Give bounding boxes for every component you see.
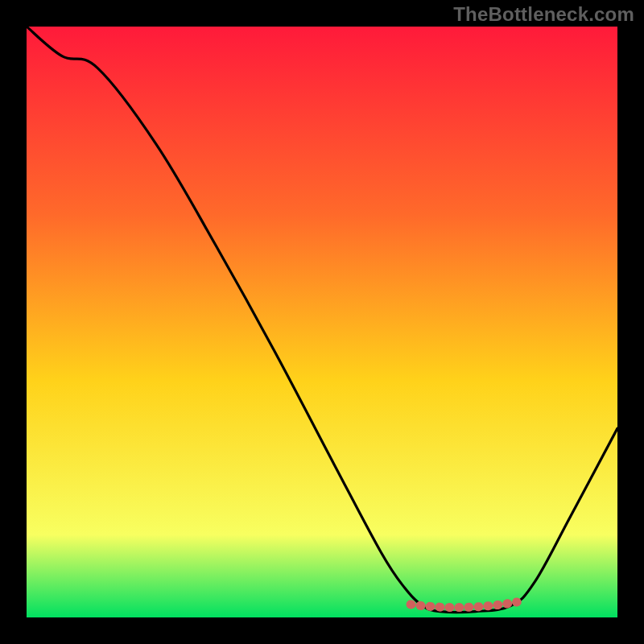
watermark-text: TheBottleneck.com — [453, 3, 634, 26]
chart-frame: TheBottleneck.com — [0, 0, 644, 644]
plot-area — [27, 27, 617, 617]
chart-svg — [27, 27, 617, 617]
gradient-background — [27, 27, 617, 617]
